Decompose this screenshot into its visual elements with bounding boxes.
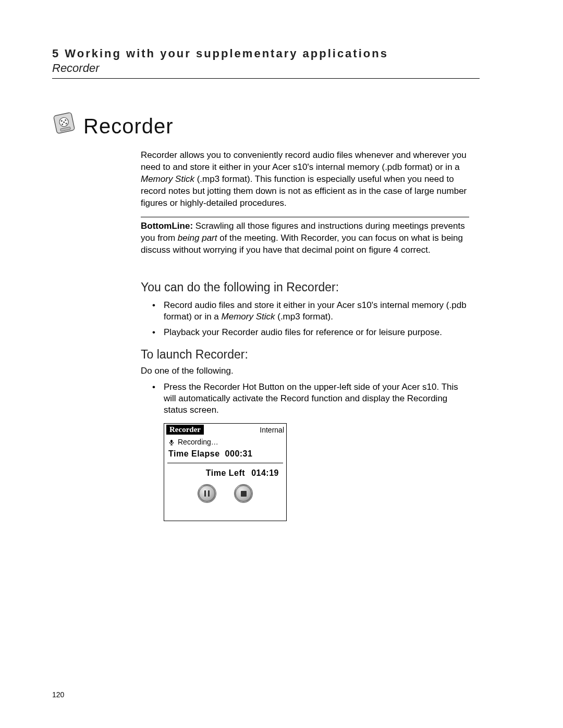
page-title: Recorder xyxy=(83,115,174,138)
launch-lead: Do one of the following. xyxy=(141,366,469,376)
page-number: 120 xyxy=(52,690,64,699)
list-item: Playback your Recorder audio files for r… xyxy=(152,327,469,338)
time-elapse-label: Time Elapse xyxy=(168,449,220,458)
chapter-line: 5 Working with your supplementary applic… xyxy=(52,47,480,60)
intro-paragraph: Recorder allows you to conveniently reco… xyxy=(141,150,469,209)
pause-icon xyxy=(204,490,210,497)
list-item: Press the Recorder Hot Button on the upp… xyxy=(152,381,469,416)
bottomline-label: BottomLine: xyxy=(141,221,193,231)
running-header: 5 Working with your supplementary applic… xyxy=(52,47,480,79)
can-do-item1-ital: Memory Stick xyxy=(222,312,275,322)
time-left-label: Time Left xyxy=(206,468,245,477)
device-status-text: Recording… xyxy=(178,438,218,446)
time-elapse-row: Time Elapse000:31 xyxy=(164,447,286,463)
intro-text-a: Recorder allows you to conveniently reco… xyxy=(141,150,467,172)
bottomline-italic: being part xyxy=(178,233,217,243)
stop-icon xyxy=(241,491,247,497)
bottomline-paragraph: BottomLine: Scrawling all those figures … xyxy=(141,220,469,256)
svg-rect-8 xyxy=(170,440,173,443)
device-status-row: Recording… xyxy=(164,436,286,447)
page-title-row: Recorder xyxy=(52,111,480,138)
time-left-value: 014:19 xyxy=(251,468,279,477)
bottomline-rule-top xyxy=(141,217,469,217)
list-item: Record audio files and store it either i… xyxy=(152,300,469,323)
header-rule xyxy=(52,78,480,79)
time-left-row: Time Left014:19 xyxy=(164,463,286,482)
device-mode: Internal xyxy=(260,426,284,434)
microphone-icon xyxy=(168,439,175,445)
launch-list: Press the Recorder Hot Button on the upp… xyxy=(152,381,469,416)
pause-button[interactable] xyxy=(198,484,216,503)
can-do-list: Record audio files and store it either i… xyxy=(152,300,469,338)
can-do-heading: You can do the following in Recorder: xyxy=(141,280,469,294)
device-screenshot: Recorder Internal Recording… Time Elapse… xyxy=(164,423,469,521)
recorder-app-icon xyxy=(50,109,79,138)
launch-heading: To launch Recorder: xyxy=(141,348,469,362)
stop-button[interactable] xyxy=(234,484,253,503)
can-do-item1-b: (.mp3 format). xyxy=(275,312,333,322)
device-header: Recorder Internal xyxy=(164,424,286,436)
intro-italic: Memory Stick xyxy=(141,174,194,184)
section-line: Recorder xyxy=(52,61,480,75)
device-title: Recorder xyxy=(166,425,204,435)
device-controls xyxy=(164,482,286,521)
recorder-status-screen: Recorder Internal Recording… Time Elapse… xyxy=(164,423,287,521)
time-elapse-value: 000:31 xyxy=(225,449,253,458)
